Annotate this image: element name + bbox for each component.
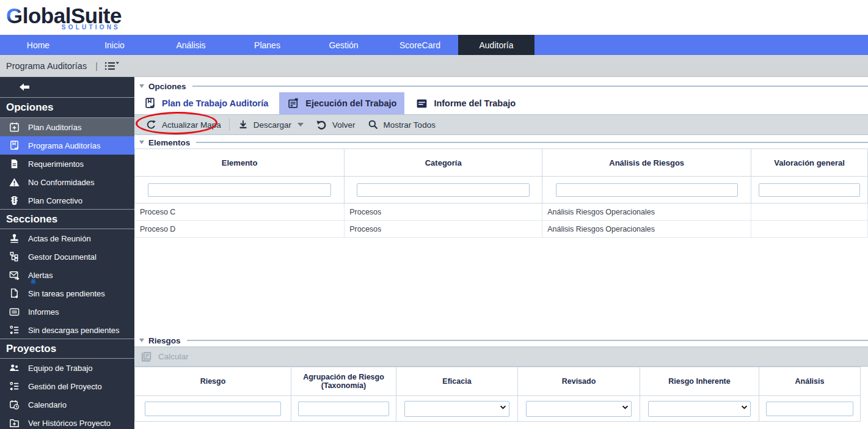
toolbar: Actualizar Mapa Descargar	[134, 114, 868, 135]
tab-label: Informe del Trabajo	[434, 98, 516, 108]
nav-item-inicio[interactable]: Inicio	[76, 35, 153, 55]
cell-categoria: Procesos	[345, 221, 542, 238]
checklist-icon	[8, 324, 20, 336]
filter-eficacia-select[interactable]	[404, 401, 509, 417]
sidebar-item-label: Requerimientos	[28, 160, 84, 169]
volver-button[interactable]: Volver	[310, 115, 362, 134]
sidebar-item-informes[interactable]: Informes	[0, 302, 134, 321]
section-divider-line	[187, 340, 868, 341]
sidebar-item-alertas[interactable]: Alertas	[0, 266, 134, 284]
collapse-triangle-icon[interactable]	[139, 141, 144, 144]
sidebar-item-gestion-del-proyecto[interactable]: Gestión del Proyecto	[0, 377, 134, 395]
table-row[interactable]: Proceso D Procesos Análisis Riesgos Oper…	[135, 221, 868, 238]
cell-elemento: Proceso C	[135, 204, 345, 221]
filter-agrupacion-input[interactable]	[298, 402, 389, 416]
warning-triangle-icon	[8, 176, 20, 188]
sidebar-item-sin-tareas-pendientes[interactable]: Sin tareas pendientes	[0, 284, 134, 302]
sidebar-item-equipo-de-trabajo[interactable]: Equipo de Trabajo	[0, 359, 134, 377]
sidebar-item-programa-auditorias[interactable]: Programa Auditorías	[0, 136, 134, 155]
collapse-triangle-icon[interactable]	[139, 84, 144, 88]
sidebar-item-label: Plan Auditorías	[28, 123, 81, 132]
menu-list-button[interactable]	[104, 61, 120, 72]
elementos-table: Elemento Categoría Análisis de Riesgos V…	[134, 148, 868, 238]
checklist-icon	[8, 380, 20, 392]
sidebar-item-gestor-documental[interactable]: Gestor Documental	[0, 248, 134, 266]
sidebar-item-requerimientos[interactable]: Requerimientos	[0, 155, 134, 173]
filter-revisado-select[interactable]	[526, 401, 632, 417]
section-divider-line	[192, 86, 868, 87]
table-row[interactable]: Proceso C Procesos Análisis Riesgos Oper…	[135, 204, 868, 221]
mostrar-todos-button[interactable]: Mostrar Todos	[362, 115, 442, 134]
list-caret-icon	[104, 61, 120, 72]
elementos-header-row: Elemento Categoría Análisis de Riesgos V…	[135, 149, 868, 177]
column-header-agrupacion: Agrupación de Riesgo (Taxonomía)	[291, 367, 396, 396]
riesgos-section-header: Riesgos	[134, 334, 868, 346]
sidebar-item-calendario[interactable]: Calendario	[0, 395, 134, 414]
tab-informe-del-trabajo[interactable]: Informe del Trabajo	[407, 92, 523, 114]
nav-item-analisis[interactable]: Análisis	[153, 35, 229, 55]
download-icon	[238, 119, 249, 130]
document-icon	[8, 158, 20, 170]
sidebar-section-secciones: Secciones	[0, 209, 134, 229]
filter-valoracion-general-input[interactable]	[759, 183, 859, 197]
toolbar-button-label: Actualizar Mapa	[162, 120, 221, 130]
riesgos-toolbar: Calcular	[134, 346, 868, 367]
filter-riesgo-input[interactable]	[145, 402, 281, 416]
filter-riesgo-inherente-select[interactable]	[648, 401, 751, 417]
sidebar-item-ver-historicos-proyecto[interactable]: Ver Históricos Proyecto	[0, 414, 134, 429]
nav-item-gestion[interactable]: Gestión	[305, 35, 382, 55]
app-window: GGlobalSuitelobalSuite SOLUTIONS Home In…	[0, 0, 868, 429]
nav-item-planes[interactable]: Planes	[229, 35, 305, 55]
sidebar-back-button[interactable]	[0, 77, 134, 98]
sitemap-icon	[8, 251, 20, 263]
actualizar-mapa-button[interactable]: Actualizar Mapa	[139, 115, 227, 134]
sidebar-item-label: Gestor Documental	[28, 252, 97, 262]
sidebar-item-label: Gestión del Proyecto	[28, 382, 102, 391]
column-header-riesgo: Riesgo	[135, 367, 291, 396]
sidebar-item-plan-auditorias[interactable]: Plan Auditorías	[0, 118, 134, 136]
cell-analisis: Análisis Riesgos Operacionales	[542, 221, 751, 238]
undo-icon	[316, 119, 327, 131]
tab-ejecucion-del-trabajo[interactable]: Ejecución del Trabajo	[279, 92, 404, 114]
nav-item-home[interactable]: Home	[0, 35, 76, 55]
sidebar-section-proyectos: Proyectos	[0, 339, 134, 359]
book-check-icon	[8, 139, 20, 152]
tab-label: Ejecución del Trabajo	[305, 98, 396, 108]
elementos-filter-row	[135, 177, 868, 204]
toolbar-separator	[229, 119, 230, 131]
empty-table-area	[134, 238, 868, 334]
folder-lines-icon	[8, 306, 20, 318]
filter-analisis-input[interactable]	[766, 402, 853, 416]
column-header-riesgo-inherente: Riesgo Inherente	[640, 367, 759, 396]
dropdown-caret-icon	[297, 123, 304, 127]
filter-analisis-de-riesgos-input[interactable]	[556, 183, 738, 197]
filter-elemento-input[interactable]	[148, 183, 330, 197]
column-header-categoria: Categoría	[345, 149, 542, 177]
execution-doc-icon	[287, 97, 300, 110]
sidebar-item-actas-de-reunion[interactable]: Actas de Reunión	[0, 229, 134, 248]
collapse-triangle-icon[interactable]	[139, 339, 144, 342]
column-header-analisis-de-riesgos: Análisis de Riesgos	[542, 149, 751, 177]
nav-item-scorecard[interactable]: ScoreCard	[382, 35, 458, 55]
tab-plan-de-trabajo-auditoria[interactable]: Plan de Trabajo Auditoría	[136, 92, 276, 114]
sidebar-item-label: Programa Auditorías	[28, 141, 101, 150]
filter-categoria-input[interactable]	[357, 183, 529, 197]
sidebar-item-label: Calendario	[28, 400, 67, 409]
sidebar-item-no-conformidades[interactable]: No Conformidades	[0, 173, 134, 191]
section-title: Opciones	[148, 82, 186, 91]
descargar-button[interactable]: Descargar	[232, 115, 310, 134]
column-header-eficacia: Eficacia	[396, 367, 518, 396]
sidebar-item-plan-correctivo[interactable]: Plan Correctivo	[0, 191, 134, 210]
cell-categoria: Procesos	[345, 204, 542, 221]
sidebar-item-label: Ver Históricos Proyecto	[28, 419, 111, 428]
section-title: Elementos	[148, 138, 190, 147]
nav-item-auditoria[interactable]: Auditoría	[458, 35, 534, 55]
folder-plus-icon	[8, 417, 20, 429]
sidebar-item-label: Sin descargas pendientes	[28, 326, 120, 335]
toolbar-button-label: Calcular	[158, 352, 189, 361]
sidebar-item-label: Equipo de Trabajo	[28, 364, 93, 373]
mail-forward-icon	[8, 269, 20, 281]
back-arrow-icon	[18, 82, 31, 92]
sidebar-item-label: Sin tareas pendientes	[28, 289, 105, 298]
sidebar-item-sin-descargas-pendientes[interactable]: Sin descargas pendientes	[0, 321, 134, 339]
